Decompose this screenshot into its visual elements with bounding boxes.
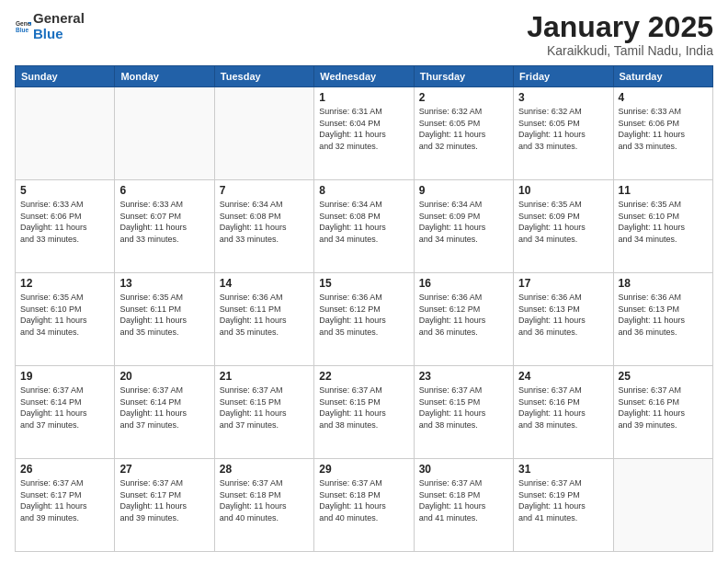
day-info: Sunrise: 6:36 AM Sunset: 6:11 PM Dayligh…: [220, 292, 309, 338]
logo-icon: General Blue: [15, 18, 31, 35]
table-row: 26Sunrise: 6:37 AM Sunset: 6:17 PM Dayli…: [16, 459, 115, 552]
table-row: [115, 87, 214, 180]
table-row: 30Sunrise: 6:37 AM Sunset: 6:18 PM Dayli…: [414, 459, 513, 552]
table-row: 4Sunrise: 6:33 AM Sunset: 6:06 PM Daylig…: [613, 87, 712, 180]
day-number: 5: [20, 184, 109, 197]
table-row: 20Sunrise: 6:37 AM Sunset: 6:14 PM Dayli…: [115, 366, 214, 459]
table-row: 24Sunrise: 6:37 AM Sunset: 6:16 PM Dayli…: [514, 366, 613, 459]
day-info: Sunrise: 6:35 AM Sunset: 6:10 PM Dayligh…: [619, 199, 708, 245]
col-monday: Monday: [115, 66, 214, 87]
day-number: 25: [619, 370, 708, 383]
day-number: 11: [619, 184, 708, 197]
day-info: Sunrise: 6:37 AM Sunset: 6:18 PM Dayligh…: [419, 477, 508, 523]
day-info: Sunrise: 6:34 AM Sunset: 6:08 PM Dayligh…: [319, 199, 408, 245]
table-row: 5Sunrise: 6:33 AM Sunset: 6:06 PM Daylig…: [16, 180, 115, 273]
day-info: Sunrise: 6:36 AM Sunset: 6:12 PM Dayligh…: [419, 292, 508, 338]
day-number: 9: [419, 184, 508, 197]
day-number: 21: [220, 370, 309, 383]
calendar-week-row: 5Sunrise: 6:33 AM Sunset: 6:06 PM Daylig…: [16, 180, 713, 273]
table-row: 2Sunrise: 6:32 AM Sunset: 6:05 PM Daylig…: [414, 87, 513, 180]
table-row: 25Sunrise: 6:37 AM Sunset: 6:16 PM Dayli…: [613, 366, 712, 459]
day-info: Sunrise: 6:33 AM Sunset: 6:06 PM Dayligh…: [20, 199, 109, 245]
day-info: Sunrise: 6:36 AM Sunset: 6:13 PM Dayligh…: [619, 292, 708, 338]
day-info: Sunrise: 6:32 AM Sunset: 6:05 PM Dayligh…: [419, 106, 508, 152]
table-row: 12Sunrise: 6:35 AM Sunset: 6:10 PM Dayli…: [16, 273, 115, 366]
day-number: 31: [518, 463, 608, 476]
header: General Blue General Blue January 2025 K…: [15, 11, 713, 58]
table-row: 17Sunrise: 6:36 AM Sunset: 6:13 PM Dayli…: [514, 273, 613, 366]
table-row: 27Sunrise: 6:37 AM Sunset: 6:17 PM Dayli…: [115, 459, 214, 552]
day-number: 17: [518, 277, 608, 290]
day-number: 1: [319, 91, 408, 104]
table-row: 28Sunrise: 6:37 AM Sunset: 6:18 PM Dayli…: [214, 459, 313, 552]
day-number: 22: [319, 370, 408, 383]
day-number: 14: [220, 277, 309, 290]
day-info: Sunrise: 6:31 AM Sunset: 6:04 PM Dayligh…: [319, 106, 408, 152]
col-friday: Friday: [514, 66, 613, 87]
day-info: Sunrise: 6:35 AM Sunset: 6:09 PM Dayligh…: [518, 199, 608, 245]
logo-general: General: [33, 11, 85, 27]
location: Karaikkudi, Tamil Nadu, India: [527, 43, 713, 58]
day-number: 18: [619, 277, 708, 290]
day-info: Sunrise: 6:34 AM Sunset: 6:08 PM Dayligh…: [220, 199, 309, 245]
page: General Blue General Blue January 2025 K…: [0, 0, 728, 563]
calendar-week-row: 1Sunrise: 6:31 AM Sunset: 6:04 PM Daylig…: [16, 87, 713, 180]
day-info: Sunrise: 6:35 AM Sunset: 6:11 PM Dayligh…: [119, 292, 209, 338]
svg-text:General: General: [16, 20, 31, 27]
day-number: 3: [518, 91, 608, 104]
day-info: Sunrise: 6:37 AM Sunset: 6:15 PM Dayligh…: [319, 385, 408, 431]
day-number: 2: [419, 91, 508, 104]
day-info: Sunrise: 6:37 AM Sunset: 6:17 PM Dayligh…: [119, 477, 209, 523]
day-number: 4: [619, 91, 708, 104]
day-number: 6: [119, 184, 209, 197]
day-info: Sunrise: 6:37 AM Sunset: 6:17 PM Dayligh…: [20, 477, 109, 523]
day-info: Sunrise: 6:36 AM Sunset: 6:13 PM Dayligh…: [518, 292, 608, 338]
day-number: 19: [20, 370, 109, 383]
day-number: 12: [20, 277, 109, 290]
day-number: 16: [419, 277, 508, 290]
table-row: 14Sunrise: 6:36 AM Sunset: 6:11 PM Dayli…: [214, 273, 313, 366]
day-number: 27: [119, 463, 209, 476]
col-tuesday: Tuesday: [214, 66, 313, 87]
table-row: [613, 459, 712, 552]
table-row: [16, 87, 115, 180]
col-wednesday: Wednesday: [314, 66, 414, 87]
logo: General Blue General Blue: [15, 11, 85, 41]
day-info: Sunrise: 6:37 AM Sunset: 6:16 PM Dayligh…: [619, 385, 708, 431]
day-info: Sunrise: 6:37 AM Sunset: 6:19 PM Dayligh…: [518, 477, 608, 523]
svg-text:Blue: Blue: [16, 27, 28, 33]
day-number: 8: [319, 184, 408, 197]
day-info: Sunrise: 6:37 AM Sunset: 6:15 PM Dayligh…: [419, 385, 508, 431]
table-row: [214, 87, 313, 180]
calendar-week-row: 26Sunrise: 6:37 AM Sunset: 6:17 PM Dayli…: [16, 459, 713, 552]
day-info: Sunrise: 6:33 AM Sunset: 6:07 PM Dayligh…: [119, 199, 209, 245]
day-info: Sunrise: 6:37 AM Sunset: 6:16 PM Dayligh…: [518, 385, 608, 431]
day-number: 30: [419, 463, 508, 476]
calendar-table: Sunday Monday Tuesday Wednesday Thursday…: [15, 65, 713, 552]
table-row: 13Sunrise: 6:35 AM Sunset: 6:11 PM Dayli…: [115, 273, 214, 366]
day-info: Sunrise: 6:36 AM Sunset: 6:12 PM Dayligh…: [319, 292, 408, 338]
table-row: 16Sunrise: 6:36 AM Sunset: 6:12 PM Dayli…: [414, 273, 513, 366]
day-info: Sunrise: 6:37 AM Sunset: 6:18 PM Dayligh…: [220, 477, 309, 523]
table-row: 29Sunrise: 6:37 AM Sunset: 6:18 PM Dayli…: [314, 459, 414, 552]
table-row: 7Sunrise: 6:34 AM Sunset: 6:08 PM Daylig…: [214, 180, 313, 273]
table-row: 3Sunrise: 6:32 AM Sunset: 6:05 PM Daylig…: [514, 87, 613, 180]
day-number: 24: [518, 370, 608, 383]
col-sunday: Sunday: [16, 66, 115, 87]
table-row: 31Sunrise: 6:37 AM Sunset: 6:19 PM Dayli…: [514, 459, 613, 552]
table-row: 6Sunrise: 6:33 AM Sunset: 6:07 PM Daylig…: [115, 180, 214, 273]
day-info: Sunrise: 6:37 AM Sunset: 6:14 PM Dayligh…: [119, 385, 209, 431]
day-number: 13: [119, 277, 209, 290]
table-row: 22Sunrise: 6:37 AM Sunset: 6:15 PM Dayli…: [314, 366, 414, 459]
day-number: 23: [419, 370, 508, 383]
table-row: 21Sunrise: 6:37 AM Sunset: 6:15 PM Dayli…: [214, 366, 313, 459]
table-row: 23Sunrise: 6:37 AM Sunset: 6:15 PM Dayli…: [414, 366, 513, 459]
title-section: January 2025 Karaikkudi, Tamil Nadu, Ind…: [527, 11, 713, 58]
day-number: 26: [20, 463, 109, 476]
calendar-week-row: 12Sunrise: 6:35 AM Sunset: 6:10 PM Dayli…: [16, 273, 713, 366]
day-info: Sunrise: 6:37 AM Sunset: 6:18 PM Dayligh…: [319, 477, 408, 523]
day-info: Sunrise: 6:34 AM Sunset: 6:09 PM Dayligh…: [419, 199, 508, 245]
day-info: Sunrise: 6:33 AM Sunset: 6:06 PM Dayligh…: [619, 106, 708, 152]
day-number: 20: [119, 370, 209, 383]
day-number: 28: [220, 463, 309, 476]
